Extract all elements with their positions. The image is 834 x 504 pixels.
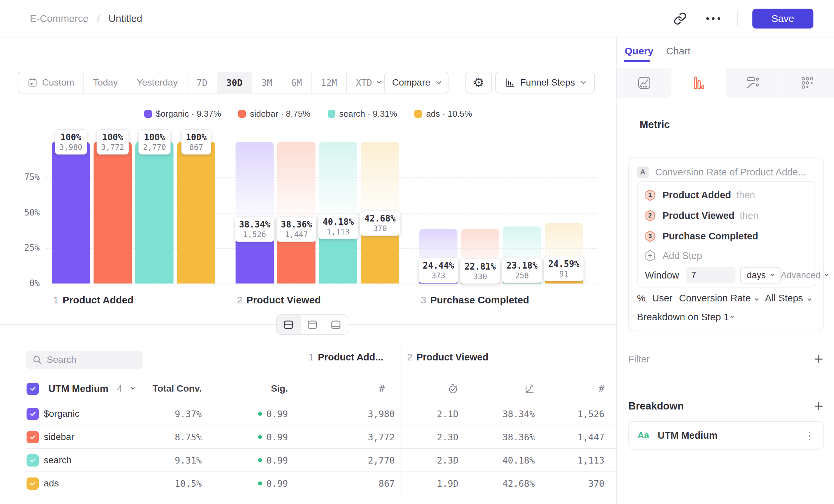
tab-query[interactable]: Query xyxy=(625,45,654,57)
row-checkbox[interactable] xyxy=(26,478,39,490)
breakdown-on-step-select[interactable]: Breakdown on Step 1 xyxy=(637,309,815,325)
svg-text:%: % xyxy=(530,383,533,388)
report-type-retention[interactable] xyxy=(780,68,834,98)
breakdown-item[interactable]: Aa UTM Medium ⋮ xyxy=(628,421,824,450)
metric-summary[interactable]: A Conversion Rate of Product Adde... xyxy=(637,163,815,181)
bar-value-label: 38.34%1,526 xyxy=(235,216,275,242)
filter-section: Filter xyxy=(628,349,824,369)
significance-value: 0.99 xyxy=(266,479,288,489)
add-filter-button[interactable] xyxy=(813,354,824,364)
metric-step-2[interactable]: 2Product Viewedthen xyxy=(645,205,808,226)
step2-time-header[interactable] xyxy=(401,379,459,398)
measure-user[interactable]: User xyxy=(652,293,673,304)
significance-value: 0.99 xyxy=(266,432,288,442)
query-panel: Query Chart xyxy=(616,38,834,504)
bar-value-label: 38.36%1,447 xyxy=(276,216,317,242)
funnels-icon xyxy=(691,75,706,91)
copy-link-button[interactable] xyxy=(671,9,689,28)
bar-count: 370 xyxy=(365,224,396,233)
breakdown-column-header[interactable]: UTM Medium 4 xyxy=(26,379,134,398)
save-button[interactable]: Save xyxy=(752,8,813,28)
report-type-tabs xyxy=(617,68,834,98)
step2-rate-cell: 38.34% xyxy=(475,402,535,426)
more-menu-button[interactable] xyxy=(704,9,723,28)
row-checkbox[interactable] xyxy=(26,454,39,466)
string-type-icon: Aa xyxy=(638,430,649,441)
total-conv-header[interactable]: Total Conv. xyxy=(146,379,202,398)
step1-count-cell: 3,772 xyxy=(319,426,395,449)
step2-rate-header[interactable]: % xyxy=(475,379,535,398)
tab-chart[interactable]: Chart xyxy=(666,45,690,57)
active-tab-underline xyxy=(624,60,650,62)
layout-table-only-button[interactable] xyxy=(324,315,348,334)
y-axis-tick: 0% xyxy=(13,278,40,288)
step-number: 2 xyxy=(645,210,655,222)
y-axis-tick: 75% xyxy=(13,172,40,182)
step2-rate-value: 42.68% xyxy=(502,479,535,489)
bar-percent: 38.36% xyxy=(281,219,312,230)
row-checkbox[interactable] xyxy=(26,431,39,443)
row-checkbox[interactable] xyxy=(26,408,39,420)
kebab-menu-icon[interactable]: ⋮ xyxy=(805,430,815,441)
measure-scope-select[interactable]: All Steps xyxy=(765,293,811,304)
significance-dot xyxy=(258,435,262,439)
row-name-cell: $organic xyxy=(26,402,79,426)
funnel-bar-ghost-sidebar-step2 xyxy=(277,142,315,229)
step1-count-header[interactable]: # xyxy=(299,379,385,398)
add-breakdown-button[interactable] xyxy=(813,401,824,412)
layout-chart-only-button[interactable] xyxy=(300,315,324,334)
check-icon xyxy=(29,479,37,487)
layout-split-button[interactable] xyxy=(277,315,300,334)
column-divider xyxy=(297,345,297,495)
significance-cell: 0.99 xyxy=(216,449,288,472)
breadcrumb-title[interactable]: Untitled xyxy=(108,13,142,24)
select-all-checkbox[interactable] xyxy=(26,383,39,395)
check-icon xyxy=(29,385,37,393)
breadcrumb-project[interactable]: E-Commerce xyxy=(30,13,89,24)
sig-label: Sig. xyxy=(271,383,288,394)
bar-percent: 24.44% xyxy=(423,260,454,271)
report-type-insights[interactable] xyxy=(617,68,672,98)
step2-count-cell: 370 xyxy=(547,472,605,495)
metric-step-1[interactable]: 1Product Addedthen xyxy=(645,185,808,205)
step-then-label: then xyxy=(740,210,759,221)
breakdown-count: 4 xyxy=(117,383,122,394)
report-type-funnels[interactable] xyxy=(672,68,726,98)
y-axis-tick: 50% xyxy=(13,208,40,217)
step-title: Product Viewed xyxy=(416,352,488,363)
window-value-input[interactable] xyxy=(686,267,736,283)
funnel-bar-ads-step1[interactable] xyxy=(177,142,215,283)
row-label: ads xyxy=(44,478,59,489)
add-step-button[interactable]: + Add Step xyxy=(645,246,808,265)
window-unit-select[interactable]: days xyxy=(740,267,781,283)
bar-percent: 38.34% xyxy=(239,219,270,230)
measure-rate-select[interactable]: Conversion Rate xyxy=(679,293,759,304)
step2-count-header[interactable]: # xyxy=(547,379,605,398)
sig-header[interactable]: Sig. xyxy=(216,379,288,398)
header-divider xyxy=(737,11,738,26)
bar-value-label: 24.44%373 xyxy=(418,258,459,283)
advanced-toggle[interactable]: Advanced xyxy=(781,270,828,280)
step-name: Product Viewed xyxy=(246,294,321,306)
report-type-flows[interactable] xyxy=(726,68,780,98)
retention-icon xyxy=(800,75,815,91)
step2-count-value: 1,447 xyxy=(577,432,605,442)
table-step2-header[interactable]: 2 Product Viewed xyxy=(407,352,488,363)
measure-percent: % xyxy=(637,293,645,304)
row-label: sidebar xyxy=(44,432,74,442)
step1-count-value: 3,980 xyxy=(368,409,395,419)
bar-value-label: 100%867 xyxy=(181,129,211,155)
funnel-bar-search-step1[interactable] xyxy=(135,142,174,283)
table-step1-header[interactable]: 1 Product Add... xyxy=(309,352,383,363)
search-input[interactable] xyxy=(26,351,143,369)
measure-rate-label: Conversion Rate xyxy=(679,293,751,303)
table-row-sidebar: sidebar8.75%3,7722.3D38.36%1,4470.99 xyxy=(26,425,616,448)
significance-value: 0.99 xyxy=(266,409,288,419)
time-to-convert-icon xyxy=(447,383,459,394)
funnel-bar-organic-step1[interactable] xyxy=(52,142,90,283)
row-name-cell: ads xyxy=(26,472,59,495)
funnel-bar-sidebar-step1[interactable] xyxy=(93,142,132,283)
step-hexagon-badge: 1 xyxy=(645,189,655,201)
chevron-down-icon xyxy=(131,386,135,390)
metric-step-3[interactable]: 3Purchase Completed xyxy=(645,226,808,246)
